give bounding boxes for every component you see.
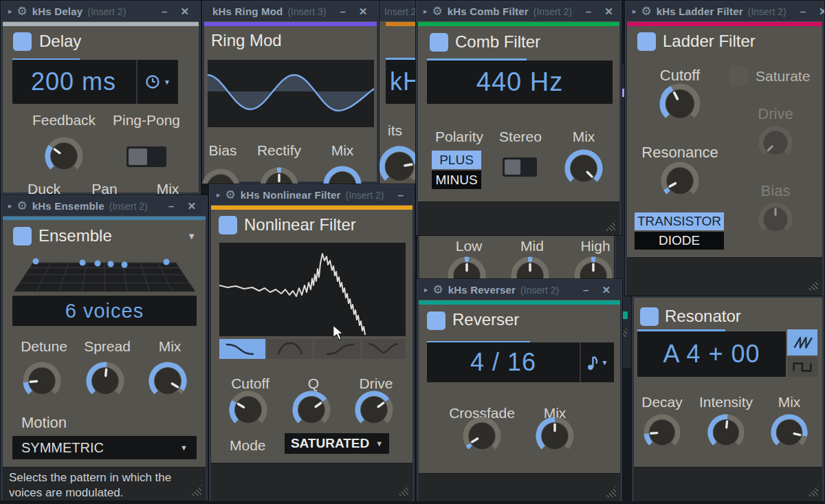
- polarity-plus-option[interactable]: PLUS: [432, 151, 481, 169]
- sync-mode-button[interactable]: ▼: [581, 342, 614, 382]
- q-knob[interactable]: [292, 390, 331, 430]
- voices-visualization: [12, 256, 197, 296]
- close-button[interactable]: ✕: [355, 6, 372, 18]
- window-titlebar[interactable]: ▸ ⚙ kHs Ladder Filter (Insert 2) – ✕: [626, 1, 824, 21]
- close-button[interactable]: ✕: [183, 200, 200, 212]
- close-button[interactable]: ✕: [597, 284, 615, 296]
- enable-checkbox[interactable]: [640, 307, 659, 326]
- intensity-knob[interactable]: [707, 413, 745, 452]
- highpass-curve-icon: [315, 339, 360, 359]
- minimize-button[interactable]: –: [164, 200, 178, 212]
- resonance-knob[interactable]: [660, 161, 700, 201]
- minimize-button[interactable]: –: [796, 6, 810, 17]
- value-display[interactable]: 0 kH: [386, 60, 417, 104]
- gear-icon[interactable]: ⚙: [17, 6, 28, 17]
- filter-type-bandpass-button[interactable]: [267, 339, 313, 359]
- collapse-arrow-icon[interactable]: ▸: [217, 190, 221, 199]
- window-insert-label: (Insert 2): [87, 6, 126, 17]
- voices-display[interactable]: 6 voices: [12, 296, 197, 326]
- gear-icon[interactable]: ⚙: [432, 6, 443, 17]
- gear-icon[interactable]: ⚙: [17, 200, 28, 212]
- resize-grip[interactable]: [807, 279, 818, 290]
- enable-checkbox[interactable]: [13, 227, 32, 245]
- filter-type-notch-button[interactable]: [362, 339, 406, 359]
- gear-icon[interactable]: ⚙: [433, 284, 443, 296]
- window-titlebar[interactable]: Insert 2: [378, 1, 417, 21]
- window-titlebar[interactable]: ▸ ⚙ kHs Ensemble (Insert 2) – ✕: [1, 196, 207, 216]
- window-titlebar[interactable]: ▸ ⚙ kHs Delay (Insert 2) – ✕: [1, 1, 200, 21]
- minimize-button[interactable]: –: [157, 6, 171, 17]
- window-titlebar[interactable]: ▸ ⚙ kHs Nonlinear Filter (Insert 2) – ✕: [210, 185, 414, 205]
- crossfade-knob[interactable]: [462, 416, 502, 456]
- minimize-button[interactable]: –: [582, 6, 595, 17]
- resize-grip[interactable]: [604, 220, 615, 231]
- window-titlebar[interactable]: ▸ ⚙ kHs Reverser (Insert 2) – ✕: [417, 280, 622, 300]
- mix-knob[interactable]: [148, 361, 188, 401]
- resize-grip[interactable]: [807, 485, 818, 496]
- resize-grip[interactable]: [190, 485, 201, 496]
- window-titlebar[interactable]: ▸ ⚙ kHs Comb Filter (Insert 2) – ✕: [417, 1, 621, 21]
- enable-checkbox[interactable]: [427, 311, 446, 330]
- collapse-arrow-icon[interactable]: ▸: [8, 7, 12, 16]
- spread-knob[interactable]: [85, 361, 125, 401]
- length-display[interactable]: 4 / 16 ▼: [427, 342, 614, 382]
- bias-knob[interactable]: [758, 201, 793, 237]
- mix-knob[interactable]: [322, 165, 362, 184]
- accent-bar: [204, 22, 377, 26]
- time-display[interactable]: 200 ms ▼: [12, 60, 178, 104]
- window-titlebar[interactable]: kHs Ring Mod (Insert 3) – ✕: [203, 1, 378, 21]
- gear-icon[interactable]: ⚙: [641, 6, 652, 17]
- close-button[interactable]: ✕: [815, 6, 825, 18]
- waveform-saw-button[interactable]: [787, 329, 817, 355]
- bits-label-fragment: its: [380, 122, 410, 139]
- minimize-button[interactable]: –: [336, 6, 349, 17]
- enable-checkbox[interactable]: [430, 33, 448, 52]
- enable-checkbox[interactable]: [637, 32, 656, 51]
- resize-grip[interactable]: [397, 485, 408, 496]
- voices-grid-graphic: [12, 256, 197, 296]
- rectify-knob[interactable]: [259, 166, 299, 184]
- stereo-toggle[interactable]: [503, 157, 537, 177]
- filter-type-lowpass-button[interactable]: [219, 339, 265, 359]
- decay-knob[interactable]: [643, 413, 681, 452]
- mix-knob[interactable]: [535, 416, 575, 456]
- mode-dropdown[interactable]: SATURATED ▼: [285, 433, 389, 454]
- collapse-arrow-icon[interactable]: ▸: [632, 7, 637, 16]
- detune-knob[interactable]: [22, 361, 62, 401]
- enable-checkbox[interactable]: [219, 216, 237, 234]
- collapse-arrow-icon[interactable]: ▸: [424, 285, 428, 294]
- enable-checkbox[interactable]: [13, 32, 32, 51]
- close-button[interactable]: ✕: [600, 6, 617, 18]
- close-button[interactable]: ✕: [412, 189, 415, 201]
- collapse-arrow-icon[interactable]: ▸: [424, 7, 428, 16]
- pingpong-toggle[interactable]: [126, 146, 166, 167]
- collapse-arrow-icon[interactable]: ▸: [8, 201, 12, 210]
- pitch-display[interactable]: A 4 + 00: [637, 331, 786, 377]
- bitcrush-knob[interactable]: [378, 145, 418, 188]
- mode-diode-option[interactable]: DIODE: [635, 232, 724, 250]
- cutoff-knob[interactable]: [228, 390, 268, 430]
- header-dropdown-arrow[interactable]: ▼: [187, 231, 196, 241]
- mode-transistor-option[interactable]: TRANSISTOR: [635, 212, 724, 230]
- resize-grip[interactable]: [605, 486, 616, 497]
- polarity-minus-option[interactable]: MINUS: [432, 171, 481, 189]
- minimize-button[interactable]: –: [579, 284, 593, 296]
- ladder-panel: Ladder Filter Cutoff Saturate Drive Reso…: [627, 21, 822, 294]
- motion-dropdown[interactable]: SYMMETRIC ▼: [12, 436, 197, 459]
- filter-type-highpass-button[interactable]: [314, 339, 360, 359]
- time-unit-button[interactable]: ▼: [138, 60, 178, 104]
- feedback-knob[interactable]: [44, 136, 84, 176]
- gear-icon[interactable]: ⚙: [226, 189, 236, 201]
- cutoff-knob[interactable]: [659, 83, 701, 125]
- close-button[interactable]: ✕: [176, 6, 193, 18]
- drive-knob[interactable]: [354, 390, 394, 430]
- minimize-button[interactable]: –: [394, 189, 408, 201]
- waveform-square-button[interactable]: [787, 357, 817, 377]
- saturate-checkbox[interactable]: [729, 67, 749, 86]
- frequency-display[interactable]: 440 Hz: [427, 61, 613, 104]
- bias-knob[interactable]: [201, 168, 241, 184]
- mix-knob[interactable]: [564, 149, 604, 188]
- drive-knob[interactable]: [758, 125, 793, 161]
- mix-knob[interactable]: [770, 413, 808, 452]
- plugin-header: Reverser: [452, 310, 519, 329]
